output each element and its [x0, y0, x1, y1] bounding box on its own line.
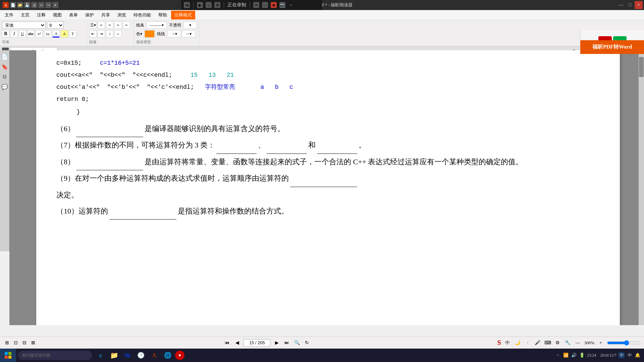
bold-button[interactable]: B — [2, 30, 9, 38]
input-mic-btn[interactable]: 🎤 — [534, 339, 541, 347]
close-button[interactable]: × — [635, 1, 643, 9]
save-icon[interactable]: 💾 — [24, 2, 30, 8]
fupdf-convert-button[interactable]: 福昕PDF转Word — [580, 40, 644, 54]
notification-icon[interactable]: 🔔 — [635, 352, 641, 358]
font-name-select[interactable]: 宋体 — [2, 21, 46, 29]
indent-left-button[interactable]: ⇤ — [89, 30, 97, 38]
menu-share[interactable]: 共享 — [98, 11, 113, 19]
fit-page-btn[interactable]: ⊞ — [3, 339, 11, 347]
line-style-select[interactable]: ———▾ — [147, 21, 167, 29]
svg-rect-2 — [5, 356, 8, 359]
subscript-button[interactable]: x₂ — [44, 30, 51, 38]
menu-help[interactable]: 帮助 — [155, 11, 170, 19]
zoom-slider[interactable] — [607, 340, 641, 346]
taskbar-clock-btn[interactable]: 🕐 — [135, 349, 147, 361]
fill-color-btn[interactable] — [145, 30, 155, 38]
menu-home[interactable]: 主页 — [17, 11, 33, 19]
undo-icon[interactable]: ↩ — [38, 2, 44, 8]
prev-page-btn[interactable]: ◀ — [233, 339, 241, 347]
open-icon[interactable]: 📁 — [17, 2, 23, 8]
tray-expand-icon[interactable]: ^ — [555, 352, 561, 358]
page-input[interactable]: 15 / 205 — [244, 339, 270, 347]
taskbar-explorer-btn[interactable]: 📁 — [108, 349, 120, 361]
menu-annot-format[interactable]: 注释格式 — [171, 11, 195, 19]
italic-button[interactable]: I — [10, 30, 18, 38]
highlight-button[interactable]: A — [61, 30, 68, 38]
font-color-button[interactable]: A — [52, 30, 60, 38]
align-center-button[interactable]: ≡ — [106, 21, 113, 29]
next-page-btn[interactable]: ▶ — [273, 339, 280, 347]
line-spacing-button[interactable]: ↔ — [114, 30, 122, 38]
scrollbar-thumb[interactable] — [639, 57, 644, 77]
print-icon[interactable]: 🖨 — [31, 2, 37, 8]
text-bg-button[interactable]: T — [69, 30, 76, 38]
justify-button[interactable]: ≡ — [123, 21, 130, 29]
menu-annotate[interactable]: 注释 — [34, 11, 49, 19]
taskbar-search-input[interactable] — [18, 351, 92, 360]
list-bullet-button[interactable]: ☰▾ — [89, 21, 97, 29]
sidebar-layers-icon[interactable]: ⧉ — [1, 73, 8, 80]
input-zh-btn[interactable]: 中 — [504, 339, 511, 347]
vertical-scrollbar[interactable] — [639, 50, 644, 325]
rotate-btn[interactable]: ↻ — [303, 339, 311, 347]
taskbar-foxitpdf-btn[interactable]: A — [148, 349, 160, 361]
strikethrough-button[interactable]: abc — [27, 30, 35, 38]
input-gear2-btn[interactable]: 🔧 — [564, 339, 572, 347]
underline-button[interactable]: U — [19, 30, 26, 38]
facing-btn[interactable]: ⊠ — [30, 339, 37, 347]
zoom-out-btn[interactable]: — — [574, 339, 582, 347]
tray-ime-icon[interactable]: 中 — [627, 352, 633, 358]
rec-prev-btn[interactable]: ⏮ — [184, 2, 190, 8]
menu-form[interactable]: 表单 — [66, 11, 81, 19]
start-button[interactable] — [0, 349, 16, 362]
rec-minus-btn[interactable]: — — [262, 2, 268, 8]
rec-frame-btn[interactable]: ⊞ — [214, 2, 220, 8]
zoom-in-btn[interactable]: + — [597, 339, 604, 347]
font-size-select[interactable]: 9 — [47, 21, 64, 29]
redo-icon[interactable]: ↪ — [45, 2, 51, 8]
last-page-btn[interactable]: ⏭ — [283, 339, 290, 347]
sidebar-bookmark-icon[interactable]: 🔖 — [1, 63, 8, 70]
rec-pen-btn[interactable]: ✏ — [253, 2, 259, 8]
customize-icon[interactable]: ▾ — [52, 2, 58, 8]
tray-network-icon[interactable]: 📶 — [563, 352, 569, 358]
input-settings-btn[interactable]: ⚙ — [554, 339, 561, 347]
menu-features[interactable]: 特色功能 — [130, 11, 154, 19]
tray-lang-icon[interactable]: 中 — [619, 352, 625, 358]
taskbar-edge-btn[interactable]: e — [95, 349, 107, 361]
rec-stop-btn[interactable]: ■ — [271, 2, 277, 8]
rec-play-btn[interactable]: ▶ — [197, 2, 203, 8]
para-spacing-button[interactable]: ↕ — [106, 30, 113, 38]
menu-browse[interactable]: 浏览 — [114, 11, 129, 19]
first-page-btn[interactable]: ⏮ — [223, 339, 231, 347]
tray-battery-icon[interactable]: 🔋 — [579, 352, 585, 358]
superscript-button[interactable]: x² — [36, 30, 43, 38]
indent-right-button[interactable]: ⇥ — [98, 30, 105, 38]
taskbar-record-btn[interactable]: ● — [175, 351, 184, 360]
rec-zoom-btn[interactable]: ⌕ — [206, 2, 212, 8]
sidebar-comment-icon[interactable]: 💬 — [1, 83, 8, 90]
sidebar-page-icon[interactable]: 📄 — [1, 53, 8, 60]
fit-width-btn[interactable]: ⊡ — [12, 339, 19, 347]
rec-close-btn[interactable]: × — [288, 2, 294, 8]
input-dot-btn[interactable]: · — [524, 339, 531, 347]
align-right-button[interactable]: ≡ — [114, 21, 122, 29]
taskbar-store-btn[interactable]: 🛍 — [121, 349, 133, 361]
input-moon-btn[interactable]: 🌙 — [514, 339, 521, 347]
menu-view[interactable]: 视图 — [50, 11, 65, 19]
taskbar-chrome-btn[interactable]: 🌐 — [162, 349, 174, 361]
align-left-button[interactable]: ≡ — [98, 21, 105, 29]
opacity-select[interactable]: ▾ — [183, 21, 197, 29]
minimize-button[interactable]: — — [617, 1, 625, 9]
line-end-select[interactable]: →▾ — [167, 30, 181, 38]
fit-view-btn[interactable]: 🔍 — [293, 339, 301, 347]
rec-camera-btn[interactable]: 📷 — [279, 2, 285, 8]
menu-protect[interactable]: 保护 — [82, 11, 97, 19]
menu-file[interactable]: 文件 — [1, 11, 17, 19]
continuous-btn[interactable]: ⊟ — [21, 339, 28, 347]
maximize-button[interactable]: □ — [626, 1, 634, 9]
line-start-select[interactable]: →▾ — [182, 30, 195, 38]
input-kb-btn[interactable]: ⌨ — [544, 339, 551, 347]
tray-speaker-icon[interactable]: 🔊 — [571, 352, 577, 358]
new-icon[interactable]: 📄 — [10, 2, 16, 8]
